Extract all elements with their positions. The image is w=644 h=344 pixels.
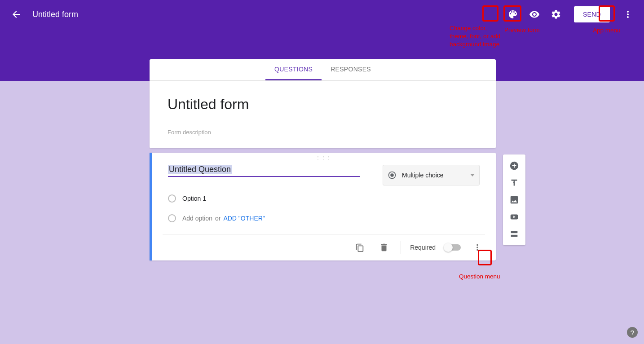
annotation-text-palette: Change color, theme, font, or add backgr… <box>450 24 503 49</box>
required-label: Required <box>410 244 436 251</box>
add-image-icon[interactable] <box>506 191 523 208</box>
svg-rect-2 <box>358 246 363 251</box>
required-toggle[interactable] <box>445 244 461 251</box>
radio-icon <box>388 171 397 180</box>
side-toolbar <box>503 154 525 245</box>
tabs-bar: QUESTIONS RESPONSES <box>150 59 496 81</box>
palette-icon[interactable] <box>504 5 522 23</box>
svg-rect-5 <box>511 231 518 234</box>
settings-icon[interactable] <box>547 5 565 23</box>
duplicate-icon[interactable] <box>352 240 367 255</box>
add-option-text[interactable]: Add option <box>182 215 212 222</box>
help-icon[interactable]: ? <box>627 327 638 338</box>
preview-icon[interactable] <box>525 5 543 23</box>
back-arrow-icon[interactable] <box>7 5 25 23</box>
question-menu-icon[interactable] <box>470 240 485 255</box>
radio-icon <box>168 214 176 222</box>
delete-icon[interactable] <box>376 240 392 255</box>
annotation-text-appmenu: App menu <box>593 26 621 35</box>
app-menu-icon[interactable] <box>619 5 637 23</box>
svg-point-1 <box>390 173 394 177</box>
radio-icon <box>168 194 176 203</box>
form-title-input[interactable] <box>168 94 478 115</box>
tab-questions[interactable]: QUESTIONS <box>265 59 322 80</box>
question-title-input[interactable]: Untitled Question <box>168 165 360 177</box>
add-option-row: Add option or ADD "OTHER" <box>168 214 480 222</box>
add-title-icon[interactable] <box>506 174 523 191</box>
add-other-button[interactable]: ADD "OTHER" <box>223 215 265 222</box>
add-section-icon[interactable] <box>506 225 523 243</box>
svg-rect-6 <box>511 235 518 237</box>
option-row[interactable]: Option 1 <box>168 194 480 203</box>
add-question-icon[interactable] <box>506 157 523 174</box>
question-card: ⋮⋮⋮ Untitled Question Multiple choice Op… <box>150 153 496 260</box>
add-video-icon[interactable] <box>506 208 523 225</box>
question-type-select[interactable]: Multiple choice <box>383 165 480 185</box>
annotation-text-preview: Preview form <box>504 26 540 34</box>
send-button[interactable]: SEND <box>574 6 610 22</box>
drag-handle-icon[interactable]: ⋮⋮⋮ <box>152 153 496 161</box>
annotation-text-questionmenu: Question menu <box>459 273 500 281</box>
header-form-title[interactable]: Untitled form <box>32 10 78 19</box>
form-description-input[interactable]: Form description <box>168 127 478 137</box>
tab-responses[interactable]: RESPONSES <box>322 59 380 80</box>
chevron-down-icon <box>470 174 475 176</box>
